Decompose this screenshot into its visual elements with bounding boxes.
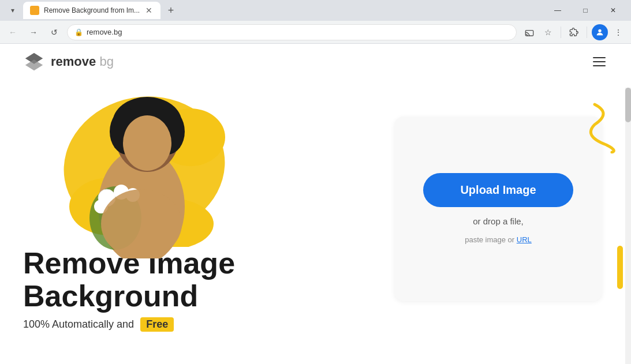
sub-text: 100% Automatically and xyxy=(23,318,134,330)
hero-right: Upload Image or drop a file, paste image… xyxy=(389,85,608,332)
paste-label: paste image or xyxy=(465,235,514,244)
url-text: remove.bg xyxy=(87,28,509,36)
close-button[interactable]: ✕ xyxy=(600,2,626,19)
reload-button[interactable]: ↺ xyxy=(46,24,62,40)
url-link[interactable]: URL xyxy=(517,235,532,244)
paste-text: paste image or URL xyxy=(465,235,532,244)
profile-button[interactable] xyxy=(592,24,608,40)
logo-text: remove bg xyxy=(51,54,114,69)
site-nav: remove bg xyxy=(0,44,631,80)
back-button[interactable]: ← xyxy=(5,24,21,40)
drop-text: or drop a file, xyxy=(473,216,524,226)
free-badge: Free xyxy=(140,317,174,332)
scrollbar-thumb[interactable] xyxy=(625,88,631,122)
tab-title: Remove Background from Im... xyxy=(44,6,140,14)
divider xyxy=(561,27,561,38)
logo-icon xyxy=(23,51,45,73)
extensions-icon[interactable] xyxy=(566,24,582,40)
upload-image-button[interactable]: Upload Image xyxy=(423,173,573,207)
deco-squiggle-icon xyxy=(589,102,621,153)
hamburger-line-2 xyxy=(593,61,606,62)
active-tab[interactable]: Remove Background from Im... ✕ xyxy=(23,2,160,19)
bookmark-icon[interactable]: ☆ xyxy=(540,24,556,40)
page-content: remove bg xyxy=(0,44,631,364)
scrollbar-track[interactable] xyxy=(625,88,631,364)
hero-sub: 100% Automatically and Free xyxy=(23,317,365,332)
browser-frame: ▾ Remove Background from Im... ✕ + — □ ✕… xyxy=(0,0,631,364)
new-tab-button[interactable]: + xyxy=(163,2,179,18)
lock-icon: 🔒 xyxy=(74,28,83,36)
svg-point-1 xyxy=(598,29,601,32)
cast-icon[interactable] xyxy=(521,24,537,40)
hamburger-menu[interactable] xyxy=(591,55,608,69)
divider2 xyxy=(587,27,587,38)
hero-heading-line2: Background xyxy=(23,280,365,313)
browser-titlebar: ▾ Remove Background from Im... ✕ + — □ ✕ xyxy=(0,0,631,21)
address-bar[interactable]: 🔒 remove.bg xyxy=(67,24,517,40)
hero-section: Remove Image Background 100% Automatical… xyxy=(0,85,631,332)
tab-favicon xyxy=(30,6,39,15)
maximize-button[interactable]: □ xyxy=(572,2,599,19)
forward-button[interactable]: → xyxy=(25,24,42,40)
person-illustration xyxy=(58,91,225,258)
svg-marker-3 xyxy=(25,59,43,70)
svg-point-13 xyxy=(123,115,171,171)
toolbar-icons: ☆ ⋮ xyxy=(521,24,626,40)
hero-left: Remove Image Background 100% Automatical… xyxy=(23,85,365,332)
hero-image-area xyxy=(23,85,266,258)
deco-bar xyxy=(617,246,623,289)
hero-text: Remove Image Background 100% Automatical… xyxy=(23,247,365,332)
logo-remove: remove xyxy=(51,54,96,69)
recent-tabs-button[interactable]: ▾ xyxy=(5,2,21,18)
svg-point-19 xyxy=(101,189,182,258)
address-bar-row: ← → ↺ 🔒 remove.bg ☆ xyxy=(0,21,631,44)
upload-card: Upload Image or drop a file, paste image… xyxy=(394,117,602,301)
hamburger-line-3 xyxy=(593,65,606,66)
more-button[interactable]: ⋮ xyxy=(610,24,626,40)
logo: remove bg xyxy=(23,51,114,73)
window-controls: — □ ✕ xyxy=(544,2,626,19)
minimize-button[interactable]: — xyxy=(544,2,571,19)
tab-close-button[interactable]: ✕ xyxy=(144,6,154,15)
tab-bar: ▾ Remove Background from Im... ✕ + xyxy=(5,2,542,19)
logo-bg: bg xyxy=(99,54,113,69)
hamburger-line-1 xyxy=(593,57,606,58)
